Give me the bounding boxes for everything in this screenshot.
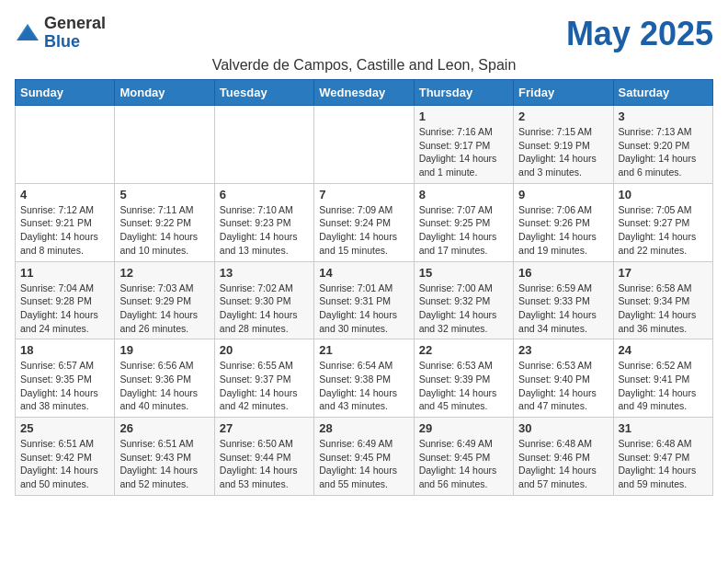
day-number: 26: [119, 421, 209, 435]
cell-content: Sunrise: 7:07 AM Sunset: 9:25 PM Dayligh…: [419, 203, 508, 258]
calendar-cell: [115, 106, 214, 184]
day-number: 25: [20, 421, 109, 435]
header-row: SundayMondayTuesdayWednesdayThursdayFrid…: [16, 80, 713, 106]
calendar-cell: 15Sunrise: 7:00 AM Sunset: 9:32 PM Dayli…: [414, 261, 513, 339]
day-number: 8: [419, 188, 508, 201]
cell-content: Sunrise: 6:52 AM Sunset: 9:41 PM Dayligh…: [619, 359, 708, 413]
day-number: 20: [220, 343, 309, 357]
calendar-cell: 13Sunrise: 7:02 AM Sunset: 9:30 PM Dayli…: [214, 261, 313, 339]
subtitle: Valverde de Campos, Castille and Leon, S…: [15, 57, 713, 74]
cell-content: Sunrise: 6:53 AM Sunset: 9:40 PM Dayligh…: [518, 359, 608, 413]
calendar-cell: 17Sunrise: 6:58 AM Sunset: 9:34 PM Dayli…: [613, 261, 712, 339]
day-number: 12: [119, 266, 209, 280]
calendar-cell: [214, 106, 313, 184]
calendar-cell: 12Sunrise: 7:03 AM Sunset: 9:29 PM Dayli…: [115, 261, 214, 339]
cell-content: Sunrise: 7:02 AM Sunset: 9:30 PM Dayligh…: [220, 282, 309, 336]
calendar-cell: 4Sunrise: 7:12 AM Sunset: 9:21 PM Daylig…: [16, 183, 115, 261]
calendar-cell: 28Sunrise: 6:49 AM Sunset: 9:45 PM Dayli…: [314, 418, 414, 496]
cell-content: Sunrise: 7:10 AM Sunset: 9:23 PM Dayligh…: [220, 203, 309, 258]
calendar-cell: 5Sunrise: 7:11 AM Sunset: 9:22 PM Daylig…: [115, 183, 214, 261]
calendar-row: 18Sunrise: 6:57 AM Sunset: 9:35 PM Dayli…: [16, 339, 713, 418]
calendar-cell: 20Sunrise: 6:55 AM Sunset: 9:37 PM Dayli…: [214, 339, 313, 418]
header-cell-saturday: Saturday: [613, 80, 712, 106]
calendar-cell: 31Sunrise: 6:48 AM Sunset: 9:47 PM Dayli…: [613, 418, 712, 496]
cell-content: Sunrise: 6:57 AM Sunset: 9:35 PM Dayligh…: [20, 359, 109, 413]
calendar-cell: 6Sunrise: 7:10 AM Sunset: 9:23 PM Daylig…: [214, 183, 313, 261]
day-number: 23: [518, 343, 608, 357]
calendar-body: 1Sunrise: 7:16 AM Sunset: 9:17 PM Daylig…: [16, 106, 713, 496]
calendar-cell: 9Sunrise: 7:06 AM Sunset: 9:26 PM Daylig…: [514, 183, 613, 261]
cell-content: Sunrise: 7:09 AM Sunset: 9:24 PM Dayligh…: [319, 203, 408, 258]
day-number: 29: [419, 421, 508, 435]
logo-general: General: [44, 15, 106, 33]
calendar-cell: 8Sunrise: 7:07 AM Sunset: 9:25 PM Daylig…: [414, 183, 513, 261]
header-cell-thursday: Thursday: [414, 80, 513, 106]
logo: General Blue: [15, 15, 106, 52]
logo-icon: [15, 20, 40, 46]
calendar-cell: 16Sunrise: 6:59 AM Sunset: 9:33 PM Dayli…: [514, 261, 613, 339]
day-number: 27: [220, 421, 309, 435]
day-number: 24: [619, 343, 708, 357]
calendar-cell: 27Sunrise: 6:50 AM Sunset: 9:44 PM Dayli…: [214, 418, 313, 496]
cell-content: Sunrise: 7:06 AM Sunset: 9:26 PM Dayligh…: [518, 203, 608, 258]
day-number: 30: [518, 421, 608, 435]
day-number: 13: [220, 266, 309, 280]
cell-content: Sunrise: 6:54 AM Sunset: 9:38 PM Dayligh…: [319, 359, 408, 413]
day-number: 21: [319, 343, 408, 357]
cell-content: Sunrise: 6:59 AM Sunset: 9:33 PM Dayligh…: [518, 282, 608, 336]
cell-content: Sunrise: 7:13 AM Sunset: 9:20 PM Dayligh…: [619, 125, 708, 179]
cell-content: Sunrise: 6:51 AM Sunset: 9:42 PM Dayligh…: [20, 437, 109, 491]
cell-content: Sunrise: 6:58 AM Sunset: 9:34 PM Dayligh…: [619, 282, 708, 336]
calendar-cell: 24Sunrise: 6:52 AM Sunset: 9:41 PM Dayli…: [613, 339, 712, 418]
day-number: 15: [419, 266, 508, 280]
day-number: 2: [518, 109, 608, 123]
header-cell-monday: Monday: [115, 80, 214, 106]
cell-content: Sunrise: 7:04 AM Sunset: 9:28 PM Dayligh…: [20, 282, 109, 336]
cell-content: Sunrise: 6:56 AM Sunset: 9:36 PM Dayligh…: [119, 359, 209, 413]
cell-content: Sunrise: 7:15 AM Sunset: 9:19 PM Dayligh…: [518, 125, 608, 179]
cell-content: Sunrise: 7:12 AM Sunset: 9:21 PM Dayligh…: [20, 203, 109, 258]
cell-content: Sunrise: 6:51 AM Sunset: 9:43 PM Dayligh…: [119, 437, 209, 491]
cell-content: Sunrise: 6:49 AM Sunset: 9:45 PM Dayligh…: [419, 437, 508, 491]
day-number: 16: [518, 266, 608, 280]
page-header: General Blue May 2025: [15, 15, 713, 53]
calendar-cell: 1Sunrise: 7:16 AM Sunset: 9:17 PM Daylig…: [414, 106, 513, 184]
day-number: 11: [20, 266, 109, 280]
calendar-row: 25Sunrise: 6:51 AM Sunset: 9:42 PM Dayli…: [16, 418, 713, 496]
cell-content: Sunrise: 7:01 AM Sunset: 9:31 PM Dayligh…: [319, 282, 408, 336]
day-number: 19: [119, 343, 209, 357]
logo-text: General Blue: [44, 15, 106, 52]
calendar-cell: 23Sunrise: 6:53 AM Sunset: 9:40 PM Dayli…: [514, 339, 613, 418]
calendar-cell: 21Sunrise: 6:54 AM Sunset: 9:38 PM Dayli…: [314, 339, 414, 418]
cell-content: Sunrise: 6:53 AM Sunset: 9:39 PM Dayligh…: [419, 359, 508, 413]
day-number: 5: [119, 188, 209, 201]
day-number: 9: [518, 188, 608, 201]
month-title: May 2025: [566, 15, 713, 53]
cell-content: Sunrise: 7:05 AM Sunset: 9:27 PM Dayligh…: [619, 203, 708, 258]
calendar-cell: 25Sunrise: 6:51 AM Sunset: 9:42 PM Dayli…: [16, 418, 115, 496]
day-number: 22: [419, 343, 508, 357]
day-number: 3: [619, 109, 708, 123]
calendar-row: 11Sunrise: 7:04 AM Sunset: 9:28 PM Dayli…: [16, 261, 713, 339]
day-number: 4: [20, 188, 109, 201]
cell-content: Sunrise: 6:50 AM Sunset: 9:44 PM Dayligh…: [220, 437, 309, 491]
day-number: 6: [220, 188, 309, 201]
day-number: 28: [319, 421, 408, 435]
calendar-cell: 26Sunrise: 6:51 AM Sunset: 9:43 PM Dayli…: [115, 418, 214, 496]
calendar-table: SundayMondayTuesdayWednesdayThursdayFrid…: [15, 79, 713, 496]
cell-content: Sunrise: 7:03 AM Sunset: 9:29 PM Dayligh…: [119, 282, 209, 336]
calendar-cell: [16, 106, 115, 184]
header-cell-sunday: Sunday: [16, 80, 115, 106]
day-number: 14: [319, 266, 408, 280]
calendar-cell: 22Sunrise: 6:53 AM Sunset: 9:39 PM Dayli…: [414, 339, 513, 418]
day-number: 10: [619, 188, 708, 201]
logo-blue: Blue: [44, 33, 106, 52]
day-number: 18: [20, 343, 109, 357]
calendar-cell: 14Sunrise: 7:01 AM Sunset: 9:31 PM Dayli…: [314, 261, 414, 339]
day-number: 7: [319, 188, 408, 201]
calendar-cell: 10Sunrise: 7:05 AM Sunset: 9:27 PM Dayli…: [613, 183, 712, 261]
calendar-cell: 2Sunrise: 7:15 AM Sunset: 9:19 PM Daylig…: [514, 106, 613, 184]
calendar-cell: 29Sunrise: 6:49 AM Sunset: 9:45 PM Dayli…: [414, 418, 513, 496]
calendar-row: 4Sunrise: 7:12 AM Sunset: 9:21 PM Daylig…: [16, 183, 713, 261]
day-number: 31: [619, 421, 708, 435]
